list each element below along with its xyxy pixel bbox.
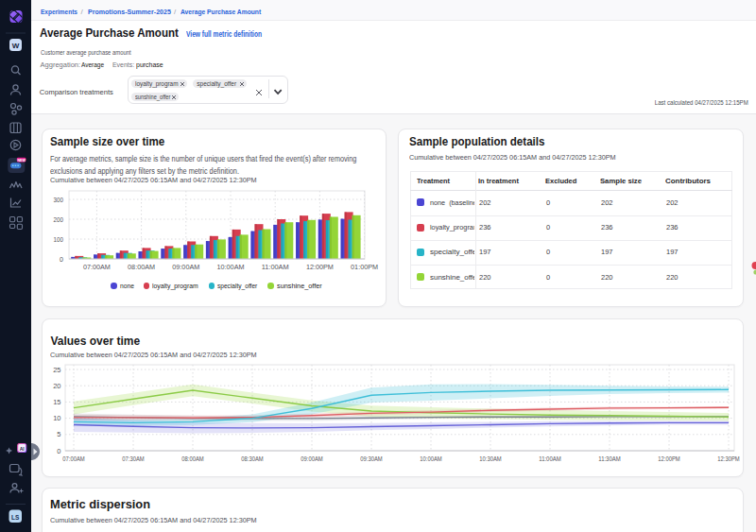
svg-text:AI: AI — [20, 446, 26, 452]
svg-text:NEW: NEW — [17, 159, 26, 163]
svg-text:W: W — [12, 42, 20, 50]
svg-text:LS: LS — [11, 514, 20, 521]
